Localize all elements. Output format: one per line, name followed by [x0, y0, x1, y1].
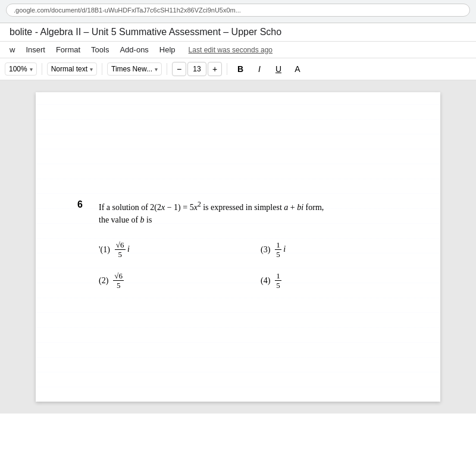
toolbar: 100% ▾ Normal text ▾ Times New... ▾ − 13… — [0, 58, 476, 80]
menu-item-insert[interactable]: Insert — [21, 43, 50, 57]
italic-button[interactable]: I — [251, 61, 268, 77]
menu-item-help[interactable]: Help — [155, 43, 180, 57]
choice-1: '(1) √6 5 i — [99, 240, 237, 259]
browser-chrome: .google.com/document/d/18B1-uWuHDFxlTaJ7… — [0, 0, 476, 23]
choice-4-denominator: 5 — [275, 281, 281, 290]
choice-1-label: '(1) — [99, 245, 110, 255]
font-size-display[interactable]: 13 — [187, 62, 206, 76]
question-text: If a solution of 2(2x − 1) = 5x2 is expr… — [99, 199, 324, 226]
question-line2: the value of b is — [99, 214, 324, 226]
choice-3: (3) 1 5 i — [261, 240, 399, 259]
choice-2-value: √6 5 — [113, 271, 124, 290]
bold-button[interactable]: B — [232, 61, 249, 77]
choice-2-denominator: 5 — [115, 281, 122, 290]
question-line1: If a solution of 2(2x − 1) = 5x2 is expr… — [99, 199, 324, 214]
style-group: Normal text ▾ — [47, 62, 97, 76]
zoom-dropdown[interactable]: 100% ▾ — [5, 62, 37, 76]
font-dropdown[interactable]: Times New... ▾ — [107, 62, 162, 76]
choice-3-suffix: i — [283, 245, 286, 253]
separator-4 — [227, 63, 227, 75]
choice-4-label: (4) — [261, 276, 270, 286]
style-dropdown[interactable]: Normal text ▾ — [47, 62, 97, 76]
font-size-control: − 13 + — [172, 62, 222, 76]
choice-4: (4) 1 5 — [261, 271, 399, 290]
font-color-button[interactable]: A — [289, 61, 306, 77]
document-content-area: 6 If a solution of 2(2x − 1) = 5x2 is ex… — [0, 80, 476, 414]
style-value: Normal text — [51, 65, 87, 73]
font-size-increase-button[interactable]: + — [208, 62, 222, 76]
question-container: 6 If a solution of 2(2x − 1) = 5x2 is ex… — [77, 199, 399, 290]
separator-3 — [167, 63, 167, 75]
question-header: 6 If a solution of 2(2x − 1) = 5x2 is ex… — [77, 199, 399, 226]
choice-1-numerator: √6 — [115, 240, 126, 250]
choice-1-value: √6 5 i — [115, 240, 130, 259]
separator-1 — [42, 63, 42, 75]
style-arrow: ▾ — [90, 66, 93, 73]
choice-2: (2) √6 5 — [99, 271, 237, 290]
zoom-value: 100% — [9, 65, 27, 73]
document-page: 6 If a solution of 2(2x − 1) = 5x2 is ex… — [36, 92, 440, 402]
menu-item-addons[interactable]: Add-ons — [115, 43, 153, 57]
choice-3-denominator: 5 — [275, 250, 281, 259]
last-edit-status: Last edit was seconds ago — [189, 46, 273, 54]
choice-1-suffix: i — [127, 245, 130, 253]
choice-4-numerator: 1 — [275, 271, 281, 281]
zoom-arrow: ▾ — [30, 66, 33, 73]
font-group: Times New... ▾ — [107, 62, 162, 76]
choice-1-denominator: 5 — [117, 250, 123, 259]
address-bar[interactable]: .google.com/document/d/18B1-uWuHDFxlTaJ7… — [6, 4, 470, 17]
underline-button[interactable]: U — [270, 61, 287, 77]
font-size-decrease-button[interactable]: − — [172, 62, 186, 76]
choice-4-value: 1 5 — [275, 271, 281, 290]
separator-2 — [102, 63, 102, 75]
answer-choices: '(1) √6 5 i (3) — [77, 240, 399, 290]
menu-item-view[interactable]: w — [5, 43, 20, 57]
choice-3-value: 1 5 i — [275, 240, 286, 259]
menu-item-format[interactable]: Format — [51, 43, 85, 57]
gdocs-container: bolite - Algebra II – Unit 5 Summative A… — [0, 23, 476, 476]
choice-2-label: (2) — [99, 276, 108, 286]
font-arrow: ▾ — [155, 66, 158, 73]
choice-2-numerator: √6 — [113, 271, 124, 281]
menu-item-tools[interactable]: Tools — [86, 43, 114, 57]
question-number: 6 — [77, 199, 89, 210]
zoom-group: 100% ▾ — [5, 62, 37, 76]
choice-3-numerator: 1 — [275, 240, 281, 250]
choice-3-label: (3) — [261, 245, 270, 255]
title-bar: bolite - Algebra II – Unit 5 Summative A… — [0, 23, 476, 42]
menu-bar: w Insert Format Tools Add-ons Help Last … — [0, 42, 476, 58]
font-value: Times New... — [111, 65, 152, 73]
document-title: bolite - Algebra II – Unit 5 Summative A… — [10, 27, 466, 37]
